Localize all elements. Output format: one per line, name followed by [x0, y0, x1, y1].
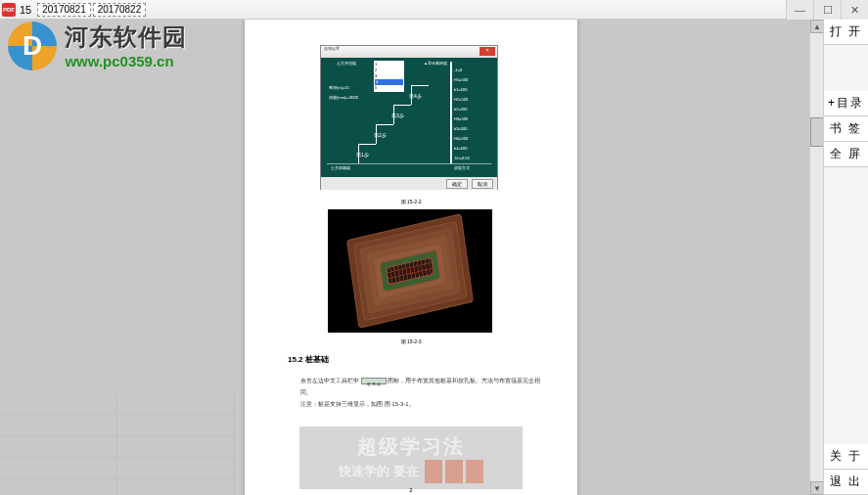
dialog-close-icon: ×	[480, 47, 495, 56]
dialog-ok-button: 确定	[446, 179, 468, 189]
toc-button[interactable]: +目录	[824, 91, 868, 116]
document-viewport[interactable]: 河东软件园 www.pc0359.cn 选项设置 × 土方开挖线 ▲显示高程线 …	[0, 20, 823, 495]
scroll-down-icon[interactable]: ▼	[810, 481, 823, 495]
dialog-title: 选项设置	[324, 46, 340, 51]
tab-1[interactable]: 20170821	[37, 3, 91, 17]
right-sidebar: 打 开 +目录 书 签 全 屏 关 于 退 出	[823, 20, 868, 495]
vertical-scrollbar[interactable]: ▲ ▼	[809, 20, 823, 495]
figure-3d-pit	[328, 209, 492, 333]
about-button[interactable]: 关 于	[824, 444, 868, 470]
y-label: H1=500	[454, 77, 468, 82]
y-label: b1=500	[454, 87, 467, 92]
y-label: b4=500	[454, 146, 467, 151]
fullscreen-button[interactable]: 全 屏	[824, 142, 868, 167]
dialog-right-top-label: ▲显示高程线	[424, 61, 447, 66]
para-text-c: 注意：桩基支持三维显示，如图	[300, 401, 383, 407]
paragraph: 点击左边中文工具栏中 桩 基 础 图标，用于布置其他桩基和按孔板。方法与布置筏基…	[300, 375, 545, 410]
step-2: 第2步	[374, 132, 387, 138]
step-4: 第4步	[409, 93, 422, 99]
dialog-left-top-label: 土方开挖线	[335, 61, 358, 66]
logo-icon	[8, 22, 57, 70]
scroll-track[interactable]	[810, 33, 823, 481]
watermark-url: www.pc0359.cn	[65, 53, 187, 69]
y-label: H4=500	[454, 136, 468, 141]
inline-button-icon: 桩 基 础	[361, 378, 387, 384]
app-title-number: 15	[20, 4, 31, 16]
figure-caption-2: 图 15-2-3	[245, 338, 577, 344]
app-icon: PDF	[2, 3, 16, 17]
title-bar: PDF 15 20170821 20170822 — ☐ ✕	[0, 0, 868, 20]
scroll-up-icon[interactable]: ▲	[810, 20, 823, 33]
maximize-button[interactable]: ☐	[813, 0, 841, 20]
dialog-cancel-button: 取消	[472, 179, 493, 189]
para-inline-ref: 图 15-3-1	[385, 401, 409, 407]
figure-dialog: 选项设置 × 土方开挖线 ▲显示高程线 基深(m)=15 调整(mm)=-300…	[320, 45, 498, 190]
y-label: 放坡方式	[454, 165, 470, 170]
ghost-panel	[0, 393, 235, 495]
y-label: H3=500	[454, 116, 468, 121]
y-label: 1/n=0.50	[454, 156, 470, 160]
close-button[interactable]: ✕	[841, 0, 868, 20]
step-1: 第1步	[356, 152, 369, 158]
field-bottom: 土方回填线	[329, 165, 352, 170]
figure-caption-1: 图 15-2-2	[245, 199, 577, 204]
document-page: 选项设置 × 土方开挖线 ▲显示高程线 基深(m)=15 调整(mm)=-300…	[245, 20, 577, 495]
y-label: -1=0	[454, 68, 462, 72]
ad-line1: 超级学习法	[357, 433, 465, 460]
open-button[interactable]: 打 开	[824, 20, 868, 45]
step-3: 第3步	[391, 112, 404, 118]
watermark-logo: 河东软件园 www.pc0359.cn	[8, 22, 187, 74]
tab-group: 20170821 20170822	[37, 3, 146, 17]
section-heading: 15.2 桩基础	[288, 354, 329, 365]
scroll-thumb[interactable]	[810, 117, 823, 147]
para-text-a: 点击左边中文工具栏中	[300, 378, 359, 383]
ad-overlay: 超级学习法 快速学的 要在	[299, 427, 523, 489]
exit-button[interactable]: 退 出	[824, 470, 868, 495]
window-controls: — ☐ ✕	[786, 0, 868, 20]
watermark-cn: 河东软件园	[65, 22, 187, 53]
minimize-button[interactable]: —	[786, 0, 813, 20]
bookmark-button[interactable]: 书 签	[824, 116, 868, 142]
y-label: b2=500	[454, 107, 467, 112]
tab-2[interactable]: 20170822	[93, 3, 147, 17]
y-label: b3=500	[454, 126, 467, 131]
y-label: H2=500	[454, 97, 468, 102]
ad-line2: 快速学的 要在	[339, 463, 419, 480]
